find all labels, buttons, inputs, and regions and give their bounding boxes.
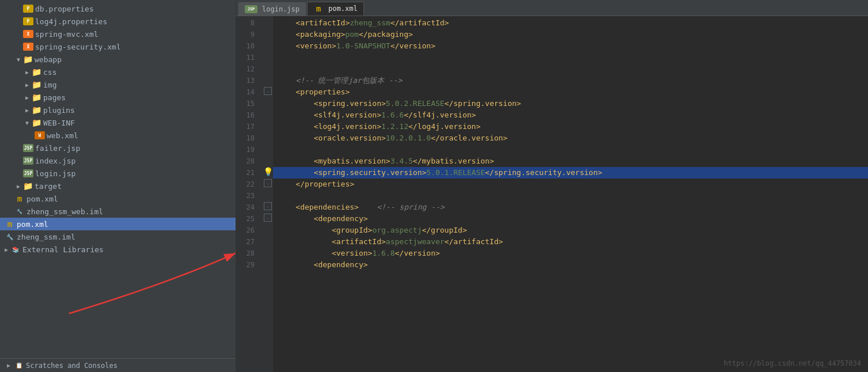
line-numbers: 8910111213141516171819202122232425262728… [236,16,263,372]
line-number: 17 [236,121,258,132]
jsp-tab-icon: JSP [245,5,257,13]
sidebar-item-zheng-ssm-web-iml[interactable]: 🔧 zheng_ssm_web.iml [0,205,236,218]
code-line: <dependency> [273,259,868,271]
code-line: <spring.version>5.0.2.RELEASE</spring.ve… [273,98,868,109]
code-line: <spring.security.version>5.0.1.RELEASE</… [273,167,868,179]
tree-arrow: ▶ [2,246,10,253]
sidebar-item-label: css [43,68,56,77]
line-number: 16 [236,109,258,121]
code-line: <slf4j.version>1.6.6</slf4j.version> [273,109,868,121]
fold-button[interactable]: - [264,87,272,95]
jsp-icon: JSP [23,144,33,152]
code-line: <artifactId>aspectjweaver</artifactId> [273,236,868,248]
sidebar-item-label: zheng_ssm.iml [17,233,75,241]
sidebar-item-external-libraries[interactable]: ▶ 📚 External Libraries [0,243,236,256]
sidebar-item-spring-mvc-xml[interactable]: X spring-mvc.xml [0,28,236,40]
line-number: 20 [236,155,258,167]
sidebar-item-target[interactable]: ▶ 📁 target [0,180,236,192]
maven-icon: m [14,195,25,203]
sidebar-item-css[interactable]: ▶ 📁 css [0,66,236,78]
iml-icon: 🔧 [5,233,15,241]
sidebar-item-label: WEB-INF [43,119,75,127]
project-sidebar: P db.properties P log4j.properties X spr… [0,0,236,372]
sidebar-item-label: plugins [43,106,75,115]
sidebar-item-img[interactable]: ▶ 📁 img [0,78,236,91]
editor-area: JSP login.jsp m pom.xml 8910111213141516… [236,0,868,372]
code-line [273,190,868,202]
code-line [273,144,868,155]
code-line: <mybatis.version>3.4.5</mybatis.version> [273,155,868,167]
line-number: 13 [236,75,258,86]
sidebar-item-label: db.properties [35,5,94,13]
code-line: <log4j.version>1.2.12</log4j.version> [273,121,868,132]
sidebar-item-plugins[interactable]: ▶ 📁 plugins [0,104,236,116]
fold-button[interactable]: - [264,214,272,222]
line-number: 24 [236,202,258,213]
sidebar-item-pages[interactable]: ▶ 📁 pages [0,91,236,104]
tree-arrow: ▶ [23,82,31,88]
sidebar-item-pom-xml-selected[interactable]: m pom.xml [0,218,236,230]
line-number: 9 [236,29,258,40]
tree-arrow: ▶ [23,69,31,75]
line-number: 22 [236,179,258,190]
maven-icon: m [5,220,15,228]
sidebar-item-zheng-ssm-iml[interactable]: 🔧 zheng_ssm.iml [0,230,236,243]
lightbulb-icon[interactable]: 💡 [263,167,273,176]
line-number: 14 [236,86,258,98]
line-number: 21 [236,167,258,179]
tab-label: login.jsp [262,5,300,13]
sidebar-item-webinf[interactable]: ▼ 📁 WEB-INF [0,116,236,129]
sidebar-item-label: target [35,182,62,191]
code-line: <version>1.6.8</version> [273,248,868,259]
properties-icon: P [23,5,33,13]
code-line: <properties> [273,86,868,98]
sidebar-item-label: web.xml [47,131,78,140]
line-number: 19 [236,144,258,155]
code-editor[interactable]: <artifactId>zheng_ssm</artifactId> <pack… [273,16,868,372]
properties-icon: P [23,17,33,25]
code-line [273,63,868,75]
xml-icon: X [23,43,33,51]
code-line: <artifactId>zheng_ssm</artifactId> [273,17,868,29]
line-number: 23 [236,190,258,202]
line-number: 18 [236,132,258,144]
sidebar-item-spring-security-xml[interactable]: X spring-security.xml [0,40,236,53]
line-number: 28 [236,248,258,259]
sidebar-item-pom-xml-1[interactable]: m pom.xml [0,192,236,205]
folder-icon: 📁 [31,93,41,101]
line-number: 25 [236,213,258,225]
sidebar-item-label: pages [43,93,66,102]
tab-pom-xml[interactable]: m pom.xml [307,2,364,16]
sidebar-item-label: pom.xml [17,220,48,229]
folder-icon: 📁 [31,68,41,76]
tree-arrow: ▼ [14,56,22,63]
scratches-label: Scratches and Consoles [26,362,117,370]
sidebar-item-login-jsp[interactable]: JSP login.jsp [0,167,236,180]
tab-login-jsp[interactable]: JSP login.jsp [238,2,306,16]
fold-button[interactable]: - [264,202,272,210]
code-gutter: -💡--- [263,16,273,372]
scratches-footer: ▶ 📋 Scratches and Consoles [0,358,236,372]
line-number: 12 [236,63,258,75]
line-number: 10 [236,40,258,52]
sidebar-item-label: External Libraries [22,245,104,254]
sidebar-item-db-properties[interactable]: P db.properties [0,2,236,15]
sidebar-item-label: img [43,81,56,89]
sidebar-item-label: failer.jsp [35,144,80,153]
folder-open-icon: 📁 [22,55,33,63]
code-line: <oracle.version>10.2.0.1.0</oracle.versi… [273,132,868,144]
sidebar-item-label: pom.xml [26,195,58,203]
line-number: 29 [236,259,258,271]
sidebar-item-index-jsp[interactable]: JSP index.jsp [0,154,236,167]
tab-label: pom.xml [328,5,358,13]
sidebar-item-label: login.jsp [35,169,75,178]
tree-arrow: ▶ [23,94,31,101]
line-number: 8 [236,17,258,29]
sidebar-item-web-xml[interactable]: W web.xml [0,129,236,142]
sidebar-item-webapp[interactable]: ▼ 📁 webapp [0,53,236,66]
fold-button[interactable]: - [264,179,272,187]
sidebar-item-failer-jsp[interactable]: JSP failer.jsp [0,142,236,154]
tree-arrow: ▼ [23,120,31,126]
sidebar-item-log4j-properties[interactable]: P log4j.properties [0,15,236,28]
sidebar-item-label: zheng_ssm_web.iml [26,207,103,216]
